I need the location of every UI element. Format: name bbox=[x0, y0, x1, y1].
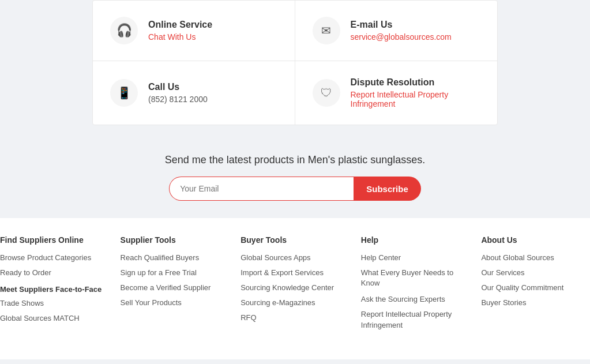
footer-col-supplier-tools: Supplier Tools Reach Qualified Buyers Si… bbox=[115, 235, 235, 336]
global-sources-match-link[interactable]: Global Sources MATCH bbox=[0, 314, 80, 322]
report-ip-infringement-link[interactable]: Report Intellectual Property Infringemen… bbox=[361, 310, 452, 329]
browse-categories-link[interactable]: Browse Product Categories bbox=[0, 253, 91, 262]
list-item: Import & Export Services bbox=[240, 268, 350, 277]
phone-icon: 📱 bbox=[110, 79, 138, 107]
footer-col-find-suppliers: Find Suppliers Online Browse Product Cat… bbox=[0, 235, 115, 336]
newsletter-section: Send me the latest products in Men's pla… bbox=[0, 137, 590, 218]
page-wrapper: 🎧 Online Service Chat With Us ✉ E-mail U… bbox=[0, 0, 590, 359]
contact-section-bg: 🎧 Online Service Chat With Us ✉ E-mail U… bbox=[0, 0, 590, 137]
list-item: Buyer Stories bbox=[481, 298, 590, 307]
trade-shows-link[interactable]: Trade Shows bbox=[0, 299, 44, 307]
footer-list-about-us: About Global Sources Our Services Our Qu… bbox=[481, 253, 590, 307]
list-item: Sourcing e-Magazines bbox=[240, 298, 350, 307]
help-center-link[interactable]: Help Center bbox=[361, 253, 401, 262]
footer-list-meet-suppliers: Trade Shows Global Sources MATCH bbox=[0, 298, 109, 322]
footer-col-buyer-tools: Buyer Tools Global Sources Apps Import &… bbox=[235, 235, 355, 336]
import-export-services-link[interactable]: Import & Export Services bbox=[240, 268, 324, 277]
shield-icon: 🛡 bbox=[313, 79, 340, 107]
list-item: Reach Qualified Buyers bbox=[121, 253, 230, 262]
contact-item-email: ✉ E-mail Us service@globalsources.com bbox=[295, 1, 498, 61]
contact-grid: 🎧 Online Service Chat With Us ✉ E-mail U… bbox=[93, 1, 497, 125]
footer-col-about-us: About Us About Global Sources Our Servic… bbox=[475, 235, 590, 336]
footer-list-help: Help Center What Every Buyer Needs to Kn… bbox=[361, 253, 470, 331]
newsletter-heading: Send me the latest products in Men's pla… bbox=[12, 154, 578, 166]
sourcing-emagazines-link[interactable]: Sourcing e-Magazines bbox=[240, 298, 315, 307]
footer-heading-buyer-tools: Buyer Tools bbox=[240, 235, 350, 245]
footer-section: Find Suppliers Online Browse Product Cat… bbox=[0, 218, 590, 359]
newsletter-form: Subscribe bbox=[12, 177, 578, 201]
list-item: About Global Sources bbox=[481, 253, 590, 262]
sell-your-products-link[interactable]: Sell Your Products bbox=[121, 298, 182, 307]
reach-qualified-buyers-link[interactable]: Reach Qualified Buyers bbox=[121, 253, 200, 262]
list-item: Browse Product Categories bbox=[0, 253, 109, 262]
list-item: Help Center bbox=[361, 253, 470, 262]
list-item: Sign up for a Free Trial bbox=[121, 268, 230, 277]
footer-col-help: Help Help Center What Every Buyer Needs … bbox=[355, 235, 476, 336]
footer-heading-supplier-tools: Supplier Tools bbox=[121, 235, 230, 245]
footer-list-find-suppliers: Browse Product Categories Ready to Order bbox=[0, 253, 109, 277]
contact-section: 🎧 Online Service Chat With Us ✉ E-mail U… bbox=[92, 0, 498, 125]
online-service-title: Online Service bbox=[148, 20, 212, 30]
list-item: Global Sources Apps bbox=[240, 253, 350, 262]
contact-item-call: 📱 Call Us (852) 8121 2000 bbox=[93, 61, 295, 125]
footer-columns: Find Suppliers Online Browse Product Cat… bbox=[0, 235, 590, 336]
contact-item-dispute: 🛡 Dispute Resolution Report Intellectual… bbox=[295, 61, 498, 125]
headset-icon: 🎧 bbox=[110, 17, 138, 44]
footer-list-buyer-tools: Global Sources Apps Import & Export Serv… bbox=[240, 253, 350, 322]
call-title: Call Us bbox=[148, 82, 208, 92]
email-input[interactable] bbox=[169, 177, 354, 201]
rfq-link[interactable]: RFQ bbox=[240, 313, 256, 322]
dispute-title: Dispute Resolution bbox=[351, 77, 480, 88]
list-item: Trade Shows bbox=[0, 298, 109, 307]
global-sources-apps-link[interactable]: Global Sources Apps bbox=[240, 253, 310, 262]
our-services-link[interactable]: Our Services bbox=[481, 268, 524, 277]
list-item: Become a Verified Supplier bbox=[121, 283, 230, 292]
meet-suppliers-subheading: Meet Suppliers Face-to-Face bbox=[0, 285, 109, 294]
sign-up-free-trial-link[interactable]: Sign up for a Free Trial bbox=[121, 268, 197, 277]
become-verified-supplier-link[interactable]: Become a Verified Supplier bbox=[121, 283, 211, 292]
about-global-sources-link[interactable]: About Global Sources bbox=[481, 253, 554, 262]
footer-heading-help: Help bbox=[361, 235, 470, 245]
phone-number: (852) 8121 2000 bbox=[148, 95, 208, 104]
email-address-link[interactable]: service@globalsources.com bbox=[351, 32, 452, 42]
list-item: Sell Your Products bbox=[121, 298, 230, 307]
contact-info-online-service: Online Service Chat With Us bbox=[148, 20, 212, 42]
list-item: Sourcing Knowledge Center bbox=[240, 283, 350, 292]
email-title: E-mail Us bbox=[351, 20, 452, 30]
chat-with-us-link[interactable]: Chat With Us bbox=[148, 32, 196, 42]
list-item: Ask the Sourcing Experts bbox=[361, 294, 470, 303]
dispute-link[interactable]: Report Intellectual Property Infringemen… bbox=[351, 90, 449, 108]
list-item: Report Intellectual Property Infringemen… bbox=[361, 309, 470, 330]
subscribe-button[interactable]: Subscribe bbox=[354, 177, 421, 201]
contact-info-email: E-mail Us service@globalsources.com bbox=[351, 20, 452, 42]
footer-list-supplier-tools: Reach Qualified Buyers Sign up for a Fre… bbox=[121, 253, 230, 307]
buyer-stories-link[interactable]: Buyer Stories bbox=[481, 298, 526, 307]
list-item: Our Services bbox=[481, 268, 590, 277]
list-item: Our Quality Commitment bbox=[481, 283, 590, 292]
ready-to-order-link[interactable]: Ready to Order bbox=[0, 268, 51, 277]
sourcing-knowledge-center-link[interactable]: Sourcing Knowledge Center bbox=[240, 283, 334, 292]
footer-heading-find-suppliers: Find Suppliers Online bbox=[0, 235, 109, 245]
footer-heading-about-us: About Us bbox=[481, 235, 590, 245]
list-item: RFQ bbox=[240, 313, 350, 322]
email-icon: ✉ bbox=[313, 17, 340, 44]
contact-info-call: Call Us (852) 8121 2000 bbox=[148, 82, 208, 104]
list-item: Global Sources MATCH bbox=[0, 313, 109, 322]
list-item: What Every Buyer Needs to Know bbox=[361, 268, 470, 288]
list-item: Ready to Order bbox=[0, 268, 109, 277]
quality-commitment-link[interactable]: Our Quality Commitment bbox=[481, 283, 563, 292]
ask-sourcing-experts-link[interactable]: Ask the Sourcing Experts bbox=[361, 295, 445, 303]
contact-item-online-service: 🎧 Online Service Chat With Us bbox=[93, 1, 295, 61]
what-every-buyer-link[interactable]: What Every Buyer Needs to Know bbox=[361, 268, 453, 287]
contact-info-dispute: Dispute Resolution Report Intellectual P… bbox=[351, 77, 480, 108]
